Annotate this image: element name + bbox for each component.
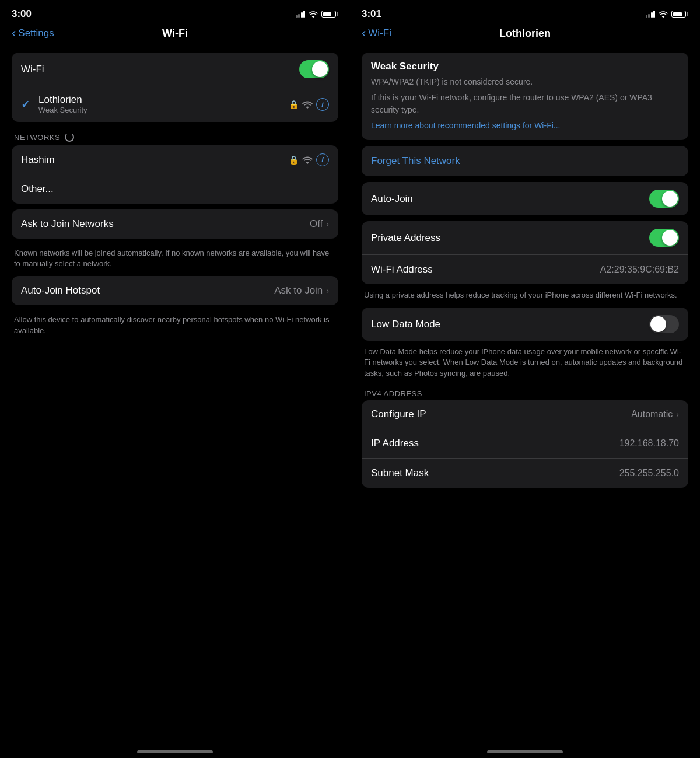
connected-network-row[interactable]: ✓ Lothlorien Weak Security 🔒 i [12,86,338,122]
auto-join-hotspot-desc: Allow this device to automatically disco… [12,311,338,343]
status-icons-right [646,11,689,18]
configure-ip-row[interactable]: Configure IP Automatic › [362,400,688,429]
auto-join-row[interactable]: Auto-Join [362,182,688,215]
network-row-other[interactable]: Other... [12,174,338,204]
private-address-row[interactable]: Private Address [362,221,688,255]
home-indicator-left [0,738,350,758]
scroll-area-right: Weak Security WPA/WPA2 (TKIP) is not con… [350,47,700,738]
ask-join-desc: Known networks will be joined automatica… [12,244,338,276]
status-bar-left: 3:00 [0,0,350,23]
info-icon-hashim[interactable]: i [316,153,329,166]
subnet-mask-label: Subnet Mask [371,467,429,479]
networks-label-text: NETWORKS [14,133,60,142]
configure-ip-chevron: › [676,410,679,419]
wifi-toggle-row[interactable]: Wi-Fi [12,53,338,86]
wifi-icon-right [659,11,668,18]
time-left: 3:00 [12,8,32,20]
subnet-mask-value: 255.255.255.0 [620,468,679,478]
back-label-right: Wi-Fi [368,27,391,39]
battery-icon [321,11,338,18]
forget-network-card[interactable]: Forget This Network [362,146,688,176]
private-address-label: Private Address [371,232,440,244]
forget-network-label: Forget This Network [371,155,460,166]
nav-bar-left: ‹ Settings Wi-Fi [0,23,350,47]
home-bar-right [487,750,563,753]
auto-join-toggle[interactable] [649,190,679,208]
back-chevron-left: ‹ [12,26,16,41]
toggle-knob-wifi [312,61,328,77]
signal-icon-right [646,11,656,18]
low-data-row[interactable]: Low Data Mode [362,308,688,341]
home-bar-left [137,750,213,753]
nav-title-left: Wi-Fi [162,27,188,40]
network-row-hashim[interactable]: Hashim 🔒 i [12,145,338,174]
back-button-right[interactable]: ‹ Wi-Fi [362,26,391,41]
private-address-toggle[interactable] [649,229,679,247]
right-panel: 3:01 ‹ Wi-Fi Lothlorien [350,0,700,758]
low-data-group: Low Data Mode [362,308,688,341]
auto-join-hotspot-label: Auto-Join Hotspot [21,285,100,296]
ask-join-row[interactable]: Ask to Join Networks Off › [12,209,338,239]
ask-join-label: Ask to Join Networks [21,218,114,230]
left-panel: 3:00 ‹ Settings Wi-Fi [0,0,350,758]
time-right: 3:01 [362,8,382,20]
private-address-desc: Using a private address helps reduce tra… [362,287,688,308]
toggle-knob-auto-join [662,191,678,207]
ip-address-row: IP Address 192.168.18.70 [362,429,688,459]
auto-join-hotspot-chevron: › [326,286,329,295]
configure-ip-label: Configure IP [371,408,426,420]
toggle-knob-private [662,230,678,246]
low-data-toggle[interactable] [649,315,679,333]
checkmark-icon: ✓ [21,98,33,111]
connected-network-name: Lothlorien [38,94,88,106]
ip-address-value: 192.168.18.70 [620,438,679,449]
weak-security-link[interactable]: Learn more about recommended settings fo… [371,120,679,132]
lock-icon-connected: 🔒 [289,100,299,109]
battery-icon-right [671,11,688,18]
ask-join-chevron: › [326,219,329,229]
home-indicator-right [350,738,700,758]
ask-join-group: Ask to Join Networks Off › [12,209,338,239]
wifi-address-label: Wi-Fi Address [371,264,433,275]
connected-network-left: ✓ Lothlorien Weak Security [21,94,88,114]
wifi-toggle-label: Wi-Fi [21,64,44,75]
weak-security-card: Weak Security WPA/WPA2 (TKIP) is not con… [362,53,688,140]
wifi-address-row: Wi-Fi Address A2:29:35:9C:69:B2 [362,255,688,284]
status-bar-right: 3:01 [350,0,700,23]
configure-ip-value: Automatic [631,409,673,420]
auto-join-hotspot-group: Auto-Join Hotspot Ask to Join › [12,276,338,305]
scroll-area-left: Wi-Fi ✓ Lothlorien Weak Security 🔒 [0,47,350,738]
wifi-toggle[interactable] [299,60,329,78]
auto-join-hotspot-value-text: Ask to Join [274,285,323,296]
nav-bar-right: ‹ Wi-Fi Lothlorien [350,23,700,47]
wifi-address-value: A2:29:35:9C:69:B2 [600,264,679,275]
ip-address-label: IP Address [371,438,419,449]
wifi-icon [309,11,318,18]
weak-security-body1: WPA/WPA2 (TKIP) is not considered secure… [371,76,679,88]
ask-join-value-text: Off [310,218,323,230]
wifi-icon-connected [302,100,313,109]
back-chevron-right: ‹ [362,26,366,41]
connected-network-subtitle: Weak Security [38,106,88,114]
back-label-left: Settings [18,27,54,39]
ipv4-section-header: IPV4 ADDRESS [362,386,688,400]
private-address-group: Private Address Wi-Fi Address A2:29:35:9… [362,221,688,284]
auto-join-hotspot-value: Ask to Join › [274,285,329,296]
weak-security-title: Weak Security [371,61,679,72]
network-name-hashim: Hashim [21,154,55,166]
weak-security-body2: If this is your Wi-Fi network, configure… [371,92,679,116]
signal-icon [296,11,306,18]
status-icons-left [296,11,339,18]
toggle-knob-low-data [650,316,666,332]
networks-section-label: NETWORKS [12,128,338,145]
back-button-left[interactable]: ‹ Settings [12,26,54,41]
networks-group: Hashim 🔒 i Other... [12,145,338,204]
info-icon-connected[interactable]: i [316,98,329,111]
low-data-desc: Low Data Mode helps reduce your iPhone d… [362,343,688,386]
auto-join-group: Auto-Join [362,182,688,215]
low-data-label: Low Data Mode [371,319,440,330]
configure-ip-value-group: Automatic › [631,409,679,420]
wifi-toggle-group: Wi-Fi ✓ Lothlorien Weak Security 🔒 [12,53,338,122]
auto-join-hotspot-row[interactable]: Auto-Join Hotspot Ask to Join › [12,276,338,305]
ipv4-group: Configure IP Automatic › IP Address 192.… [362,400,688,488]
